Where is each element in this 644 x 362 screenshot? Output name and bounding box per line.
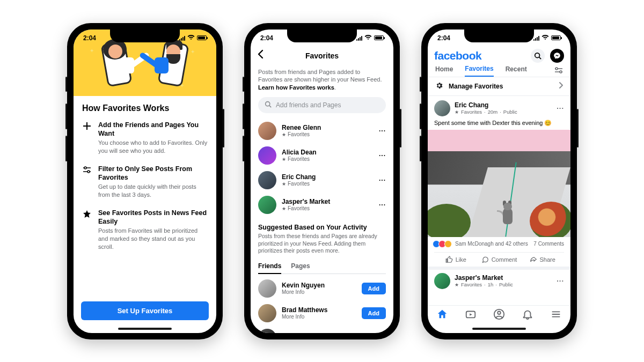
more-info-link[interactable]: More Info [282,289,325,295]
more-icon[interactable]: ··· [379,152,386,159]
favorites-title: Favorites [305,51,339,60]
favorite-name: Renee Glenn [282,124,321,131]
avatar [258,196,276,214]
step-heading: Filter to Only See Posts From Favorites [98,165,208,182]
phone-mockup-3: 2:04 facebook Home Favorites Recent [421,23,577,339]
comments-count[interactable]: 7 Comments [533,241,564,247]
more-info-link[interactable]: More Info [282,314,327,320]
tab-recent[interactable]: Recent [506,65,527,76]
favorite-row[interactable]: Eric Chang Favorites ··· [258,168,386,193]
search-input[interactable]: Add friends and Pages [258,97,386,113]
tab-pages[interactable]: Pages [291,259,310,274]
cellular-icon [356,35,362,41]
like-button[interactable]: Like [434,253,478,267]
svg-point-6 [266,102,270,106]
messenger-button[interactable] [550,49,564,63]
avatar [258,122,276,140]
tab-home[interactable]: Home [435,65,453,76]
favorite-name: Eric Chang [282,174,316,181]
avatar [258,146,276,165]
tab-bar-home-icon[interactable] [436,308,448,323]
reactions-text: Sam McDonagh and 42 others [455,241,528,247]
avatar [258,304,276,322]
post-image[interactable] [428,130,570,237]
favorite-sub: Favorites [282,205,330,211]
post-meta: Favorites · 20m · Public [455,109,517,115]
home-indicator[interactable] [118,328,172,330]
favorite-row[interactable]: Renee Glenn Favorites ··· [258,119,386,143]
suggested-row: Kevin Nguyen More Info Add [258,276,386,301]
tab-favorites[interactable]: Favorites [465,65,493,77]
status-indicators [533,34,561,42]
post-more-icon[interactable]: ··· [557,277,564,285]
search-button[interactable] [531,49,545,63]
favorites-description: Posts from friends and Pages added to Fa… [258,68,386,92]
status-time: 2:04 [437,34,450,42]
set-up-favorites-button[interactable]: Set Up Favorites [81,301,209,320]
step-desc: Get up to date quickly with their posts … [98,183,208,199]
step-heading: See Favorites Posts in News Feed Easily [98,209,208,226]
suggested-tabs: Friends Pages [258,259,386,274]
svg-point-3 [87,171,90,173]
wifi-icon [541,34,549,42]
tab-friends[interactable]: Friends [258,259,281,274]
add-button[interactable]: Add [362,283,386,294]
step-filter: Filter to Only See Posts From Favorites … [82,165,208,199]
suggested-row: Brad Matthews More Info Add [258,301,386,326]
suggested-name: Brad Matthews [282,307,327,314]
star-icon [82,209,92,251]
step-desc: You choose who to add to Favorites. Only… [98,139,208,155]
gear-icon [435,82,443,91]
tab-bar-watch-icon[interactable] [465,308,477,323]
how-favorites-works-title: How Favorites Works [82,104,208,113]
favorite-name: Alicia Dean [282,149,317,156]
manage-favorites-label: Manage Favorites [449,83,503,90]
tab-bar-notifications-icon[interactable] [522,308,533,323]
add-button[interactable]: Add [362,307,386,319]
avatar [258,279,276,298]
avatar [258,171,276,189]
manage-favorites-row[interactable]: Manage Favorites [428,77,570,96]
wifi-icon [364,34,372,42]
reaction-icons [434,240,452,248]
feed-filter-icon[interactable] [554,67,563,75]
svg-point-10 [555,68,558,70]
post-more-icon[interactable]: ··· [557,104,564,112]
favorite-row[interactable]: Jasper's Market Favorites ··· [258,193,386,217]
facebook-logo[interactable]: facebook [434,49,481,62]
post-author[interactable]: Eric Chang [455,101,517,109]
more-icon[interactable]: ··· [379,127,386,135]
reactions-bar[interactable]: Sam McDonagh and 42 others 7 Comments [434,237,564,251]
tab-bar-menu-icon[interactable] [550,308,562,323]
post-avatar[interactable] [434,100,450,116]
plus-icon [82,121,92,155]
tab-bar-profile-icon[interactable] [493,308,505,323]
favorites-header: Favorites [251,47,393,65]
home-indicator[interactable] [472,328,526,330]
step-add: Add the Friends and Pages You Want You c… [82,121,208,155]
svg-point-18 [497,311,501,314]
chevron-right-icon [559,82,563,90]
post-avatar[interactable] [434,273,450,289]
comment-button[interactable]: Comment [478,253,521,267]
suggested-desc: Posts from these friends and Pages are a… [258,233,386,255]
filter-icon [82,165,92,199]
bottom-tab-bar [428,305,570,326]
back-button[interactable] [257,49,264,62]
svg-line-9 [539,57,541,59]
more-icon[interactable]: ··· [379,176,386,184]
more-icon[interactable]: ··· [379,201,386,209]
suggested-heading: Suggested Based on Your Activity [258,224,386,231]
step-desc: Posts from Favorites will be prioritized… [98,227,208,251]
favorite-name: Jasper's Market [282,198,330,205]
favorite-row[interactable]: Alicia Dean Favorites ··· [258,143,386,168]
post-text: Spent some time with Dexter this evening… [434,120,564,127]
post-author[interactable]: Jasper's Market [455,274,513,282]
favorite-sub: Favorites [282,131,321,137]
avatar [258,329,276,333]
learn-how-link[interactable]: Learn how Favorites works [258,84,334,91]
share-button[interactable]: Share [521,253,564,267]
post: Eric Chang Favorites · 20m · Public ··· … [428,96,570,289]
battery-icon [374,35,384,40]
svg-point-0 [84,167,86,169]
